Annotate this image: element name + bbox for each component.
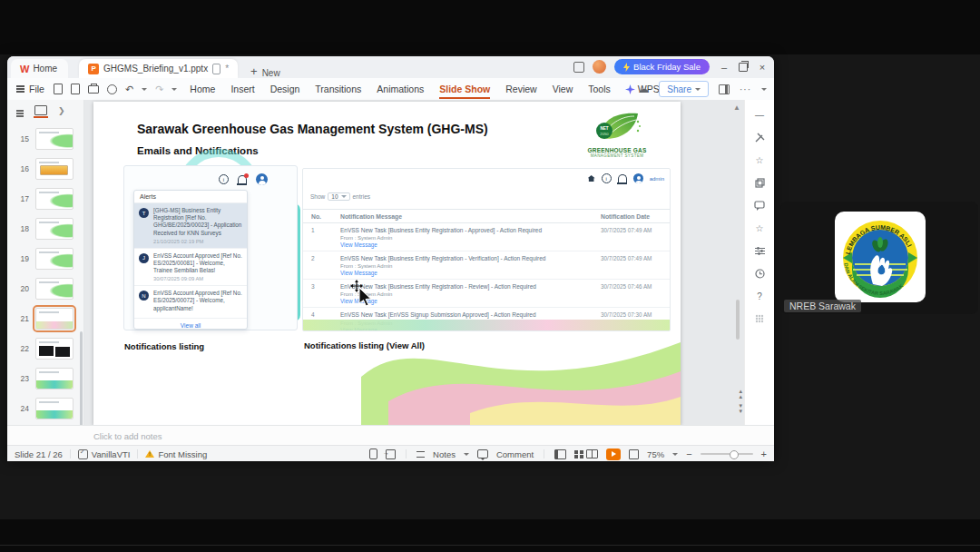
export-pdf-icon[interactable] xyxy=(71,84,80,94)
slide-thumbnail-row[interactable]: 15 xyxy=(7,123,83,153)
ribbon-tab[interactable]: Home xyxy=(190,80,215,98)
restore-button[interactable] xyxy=(739,63,748,72)
editor-scrollbar[interactable] xyxy=(736,300,740,340)
slide-thumbnail-row[interactable]: 19 xyxy=(7,243,83,273)
collapse-ribbon-icon[interactable] xyxy=(761,88,767,91)
comments-pane-icon[interactable] xyxy=(754,200,765,211)
hamburger-icon[interactable] xyxy=(16,85,24,86)
ribbon-tab[interactable]: Slide Show xyxy=(439,80,490,98)
home-tab[interactable]: W Home xyxy=(11,59,68,78)
slide-thumbnail-row[interactable]: 23 xyxy=(7,363,83,393)
share-button[interactable]: Share xyxy=(659,81,709,97)
ribbon-tab[interactable]: Insert xyxy=(230,80,254,98)
slide-thumbnail-row[interactable]: 22 xyxy=(7,333,83,363)
ribbon-tab[interactable]: Review xyxy=(505,80,536,98)
font-missing-label[interactable]: Font Missing xyxy=(158,449,207,459)
print-icon[interactable] xyxy=(88,85,99,94)
reading-view-icon[interactable] xyxy=(586,449,598,458)
help-icon[interactable]: ? xyxy=(754,291,765,301)
save-icon[interactable] xyxy=(54,84,63,94)
slide-thumbnail[interactable] xyxy=(35,278,74,300)
minimize-button[interactable]: – xyxy=(718,62,730,73)
ribbon-tab[interactable]: Animations xyxy=(377,80,424,98)
apps-grid-icon[interactable] xyxy=(754,313,765,324)
document-tab[interactable]: P GHGMS_Briefing_v1.pptx * xyxy=(79,59,238,78)
task-pane-icon[interactable] xyxy=(719,84,730,94)
notes-bar[interactable]: Click to add notes xyxy=(7,425,774,446)
slide-sorter-icon[interactable] xyxy=(574,450,578,454)
slide-thumbnail-row[interactable]: 21 xyxy=(7,303,83,333)
handoff-icon[interactable] xyxy=(386,449,396,459)
history-clock-icon[interactable] xyxy=(754,268,765,279)
collapse-pane-icon[interactable]: — xyxy=(754,109,765,120)
warning-icon xyxy=(145,450,154,458)
new-tab-label[interactable]: New xyxy=(262,68,280,78)
promo-button[interactable]: Black Friday Sale xyxy=(614,59,710,74)
collapse-panel-icon[interactable]: ❯ xyxy=(58,106,65,115)
slide-canvas[interactable]: Sarawak Greenhouse Gas Management System… xyxy=(93,102,681,425)
slide-thumbnail-row[interactable]: 16 xyxy=(7,153,83,183)
slide-thumbnail-row[interactable]: 20 xyxy=(7,273,83,303)
ribbon-tab[interactable]: Tools xyxy=(588,80,611,98)
document-tab-label: GHGMS_Briefing_v1.pptx xyxy=(103,64,208,74)
mobile-view-icon[interactable] xyxy=(369,448,377,459)
slide-layout-icon[interactable] xyxy=(754,177,765,188)
next-slide-button[interactable]: ▾▾ xyxy=(739,403,742,414)
slide-thumbnail[interactable] xyxy=(35,158,74,180)
notes-placeholder[interactable]: Click to add notes xyxy=(93,431,162,441)
close-button[interactable]: × xyxy=(756,62,769,73)
notes-toggle-icon[interactable] xyxy=(416,451,425,458)
slide-thumbnail-row[interactable]: 18 xyxy=(7,213,83,243)
comment-label[interactable]: Comment xyxy=(496,449,534,459)
normal-view-icon[interactable] xyxy=(554,449,566,459)
slide-thumbnail[interactable] xyxy=(35,248,74,270)
view-message-link: View Message xyxy=(340,270,595,276)
zoom-caret-icon[interactable] xyxy=(672,453,678,456)
zoom-slider[interactable] xyxy=(701,453,753,455)
zoom-out-button[interactable]: − xyxy=(686,448,691,459)
ai-assistant-icon[interactable]: ☆ xyxy=(754,154,765,165)
slide-thumbnail[interactable] xyxy=(35,308,74,330)
notes-caret-icon[interactable] xyxy=(464,453,469,456)
spellcheck-label[interactable]: VanillaVTI xyxy=(92,449,131,459)
slide-thumbnail-row[interactable]: 24 xyxy=(7,393,83,423)
slide-thumbnail[interactable] xyxy=(35,128,74,150)
more-options-icon[interactable]: ··· xyxy=(740,84,751,94)
slide-thumbnail[interactable] xyxy=(35,188,74,210)
slideshow-play-button[interactable] xyxy=(606,448,621,460)
ribbon-tab[interactable]: View xyxy=(553,80,573,98)
favorites-icon[interactable]: ☆ xyxy=(754,222,765,233)
slide-thumbnail[interactable] xyxy=(35,368,74,389)
scroll-up-icon[interactable]: ▲ xyxy=(733,104,740,112)
ribbon-tab[interactable]: Transitions xyxy=(315,80,361,98)
tools-icon[interactable] xyxy=(754,132,765,143)
undo-icon[interactable]: ↶ xyxy=(125,84,133,94)
outline-view-icon[interactable] xyxy=(16,110,24,112)
notes-toggle-label[interactable]: Notes xyxy=(433,449,456,459)
quickbar-caret-icon[interactable] xyxy=(172,88,177,91)
zoom-in-button[interactable]: + xyxy=(761,448,767,459)
spellcheck-icon[interactable] xyxy=(78,449,88,459)
account-avatar[interactable] xyxy=(593,60,606,74)
zoom-level[interactable]: 75% xyxy=(647,449,664,459)
fit-slide-icon[interactable] xyxy=(629,449,639,459)
comment-icon[interactable] xyxy=(477,449,488,458)
previous-slide-button[interactable]: ▴▴ xyxy=(739,389,742,399)
print-preview-icon[interactable] xyxy=(107,84,117,94)
redo-icon[interactable]: ↷ xyxy=(155,84,163,94)
workspace-icon[interactable] xyxy=(573,62,584,73)
undo-caret-icon[interactable] xyxy=(142,88,147,91)
slide-thumbnail[interactable] xyxy=(35,398,74,419)
participant-tile[interactable]: LEMBAGA SUMBER ASLI DAN ALAM SEKITAR SAR… xyxy=(780,202,978,314)
slide-panel-scrollbar[interactable] xyxy=(80,331,83,431)
zoom-slider-knob[interactable] xyxy=(730,450,739,459)
thumbnail-view-icon[interactable] xyxy=(34,105,47,115)
settings-sliders-icon[interactable] xyxy=(754,245,765,256)
slide-thumbnail[interactable] xyxy=(35,338,74,360)
slide-thumbnail[interactable] xyxy=(35,218,74,240)
cloud-sync-icon[interactable]: ☁ xyxy=(638,83,649,95)
ribbon-tab[interactable]: Design xyxy=(270,80,300,98)
slide-thumbnail-row[interactable]: 17 xyxy=(7,183,83,213)
file-menu[interactable]: File xyxy=(29,84,44,94)
new-tab-plus-icon[interactable]: + xyxy=(250,64,258,78)
